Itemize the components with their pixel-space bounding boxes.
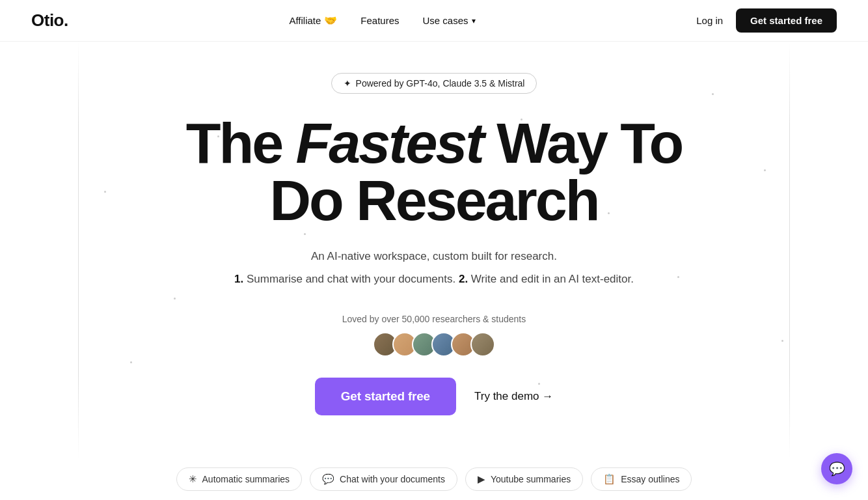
decorative-dot xyxy=(130,361,132,363)
hero-subtitle-2: 1. Summarise and chat with your document… xyxy=(234,270,634,288)
chat-icon: 💬 xyxy=(829,461,845,477)
affiliate-label: Affiliate xyxy=(289,15,321,26)
feature-tag-icon: 📋 xyxy=(603,473,616,485)
feature-tag[interactable]: ✳Automatic summaries xyxy=(176,467,303,491)
decorative-dot xyxy=(174,298,176,299)
cta-row: Get started free Try the demo → xyxy=(315,378,554,415)
decorative-dot xyxy=(104,191,106,193)
chat-widget[interactable]: 💬 xyxy=(821,453,852,484)
features-link[interactable]: Features xyxy=(360,15,399,26)
feature-tag[interactable]: 📋Essay outlines xyxy=(591,467,692,491)
use-cases-link[interactable]: Use cases ▾ xyxy=(423,15,476,26)
feature-tag[interactable]: 💬Chat with your documents xyxy=(310,467,457,491)
loved-text: Loved by over 50,000 researchers & stude… xyxy=(342,314,526,324)
affiliate-icon: 🤝 xyxy=(324,14,337,27)
user-avatars xyxy=(373,332,495,357)
feature-tag[interactable]: ▶Youtube summaries xyxy=(465,467,583,491)
feature-tag-label: Chat with your documents xyxy=(340,474,445,484)
try-demo-link[interactable]: Try the demo → xyxy=(474,390,553,403)
feature-tag-label: Youtube summaries xyxy=(491,474,571,484)
decorative-dot xyxy=(764,169,766,171)
affiliate-link[interactable]: Affiliate 🤝 xyxy=(289,14,337,27)
decorative-dot xyxy=(712,93,714,95)
chevron-down-icon: ▾ xyxy=(472,16,476,25)
feature-tag-icon: ✳ xyxy=(189,473,197,485)
feature-tags-row: ✳Automatic summaries💬Chat with your docu… xyxy=(0,467,868,500)
login-link[interactable]: Log in xyxy=(696,15,723,26)
decorative-dot xyxy=(677,276,679,278)
hero-section: ✦ Powered by GPT-4o, Claude 3.5 & Mistra… xyxy=(0,42,868,467)
feature-tag-label: Automatic summaries xyxy=(202,474,290,484)
powered-badge: ✦ Powered by GPT-4o, Claude 3.5 & Mistra… xyxy=(331,73,537,94)
decorative-dot xyxy=(781,340,783,342)
navbar: Otio. Affiliate 🤝 Features Use cases ▾ L… xyxy=(0,0,868,42)
spark-icon: ✦ xyxy=(344,78,351,89)
get-started-hero-button[interactable]: Get started free xyxy=(315,378,456,415)
hero-subtitle: An AI-native workspace, custom built for… xyxy=(311,247,557,265)
decorative-dot xyxy=(304,233,306,235)
avatar xyxy=(470,332,495,357)
nav-center: Affiliate 🤝 Features Use cases ▾ xyxy=(289,14,475,27)
nav-right: Log in Get started free xyxy=(696,8,837,33)
logo[interactable]: Otio. xyxy=(31,10,68,31)
get-started-nav-button[interactable]: Get started free xyxy=(736,8,837,33)
feature-tag-icon: 💬 xyxy=(322,473,334,485)
powered-text: Powered by GPT-4o, Claude 3.5 & Mistral xyxy=(356,78,525,89)
hero-title: The Fastest Way To Do Research xyxy=(186,115,683,229)
feature-tag-icon: ▶ xyxy=(478,473,485,485)
feature-tag-label: Essay outlines xyxy=(621,474,679,484)
